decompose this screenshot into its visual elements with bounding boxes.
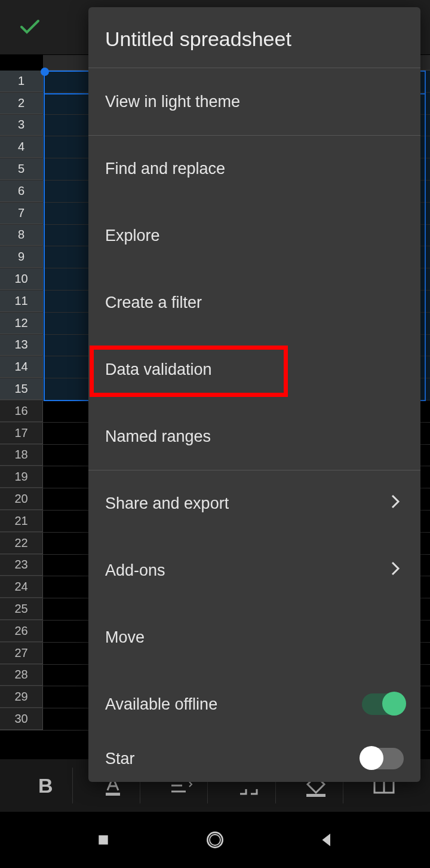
menu-item-label: View in light theme xyxy=(105,93,240,111)
row-header[interactable]: 9 xyxy=(0,246,43,268)
row-header[interactable]: 20 xyxy=(0,488,43,510)
available-offline-toggle[interactable] xyxy=(362,693,404,715)
chevron-right-icon xyxy=(387,560,404,581)
menu-view-theme[interactable]: View in light theme xyxy=(88,68,420,135)
svg-rect-0 xyxy=(106,793,120,796)
svg-point-6 xyxy=(210,835,220,845)
menu-item-label: Available offline xyxy=(105,695,217,714)
menu-share-export[interactable]: Share and export xyxy=(88,470,420,537)
menu-item-label: Find and replace xyxy=(105,160,225,178)
row-header[interactable]: 27 xyxy=(0,643,43,664)
menu-find-replace[interactable]: Find and replace xyxy=(88,135,420,202)
menu-explore[interactable]: Explore xyxy=(88,202,420,269)
row-header[interactable]: 25 xyxy=(0,598,43,620)
menu-item-label: Named ranges xyxy=(105,427,211,446)
menu-item-label: Explore xyxy=(105,227,160,245)
row-header[interactable]: 18 xyxy=(0,445,43,466)
menu-addons[interactable]: Add-ons xyxy=(88,537,420,604)
menu-item-label: Move xyxy=(105,628,145,647)
confirm-check-icon[interactable] xyxy=(18,14,42,41)
row-header[interactable]: 28 xyxy=(0,665,43,686)
menu-create-filter[interactable]: Create a filter xyxy=(88,269,420,336)
row-header[interactable]: 26 xyxy=(0,621,43,642)
star-toggle[interactable] xyxy=(362,748,404,769)
menu-available-offline[interactable]: Available offline xyxy=(88,671,420,738)
row-header[interactable]: 1 xyxy=(0,71,43,92)
nav-home-button[interactable] xyxy=(203,828,227,852)
row-header[interactable]: 17 xyxy=(0,423,43,444)
menu-data-validation[interactable]: Data validation xyxy=(88,336,420,403)
row-header[interactable]: 19 xyxy=(0,466,43,488)
row-header[interactable]: 5 xyxy=(0,158,43,180)
chevron-right-icon xyxy=(387,493,404,514)
overflow-menu: Untitled spreadsheet View in light theme… xyxy=(88,7,420,782)
menu-item-label: Create a filter xyxy=(105,294,202,312)
menu-star[interactable]: Star xyxy=(88,738,420,780)
row-header[interactable]: 2 xyxy=(0,93,43,114)
menu-item-label: Add-ons xyxy=(105,561,165,580)
row-header[interactable]: 8 xyxy=(0,225,43,246)
nav-back-button[interactable] xyxy=(315,828,339,852)
row-header[interactable]: 24 xyxy=(0,576,43,598)
row-header[interactable]: 4 xyxy=(0,136,43,158)
row-header[interactable]: 21 xyxy=(0,511,43,532)
bold-button[interactable]: B xyxy=(19,768,73,803)
row-header[interactable]: 3 xyxy=(0,115,43,136)
menu-title: Untitled spreadsheet xyxy=(88,7,420,68)
row-header[interactable]: 7 xyxy=(0,203,43,224)
row-header[interactable]: 12 xyxy=(0,313,43,334)
menu-move[interactable]: Move xyxy=(88,604,420,671)
row-header[interactable]: 30 xyxy=(0,708,43,730)
row-header[interactable]: 22 xyxy=(0,533,43,554)
row-header[interactable]: 16 xyxy=(0,401,43,422)
menu-item-label: Data validation xyxy=(105,360,212,379)
android-navbar xyxy=(0,812,430,868)
row-header[interactable]: 14 xyxy=(0,356,43,378)
row-header[interactable]: 6 xyxy=(0,181,43,202)
nav-recent-button[interactable] xyxy=(91,828,115,852)
row-header[interactable]: 29 xyxy=(0,686,43,708)
row-header[interactable]: 23 xyxy=(0,555,43,576)
menu-item-label: Star xyxy=(105,750,135,768)
row-header[interactable]: 15 xyxy=(0,378,43,400)
svg-rect-4 xyxy=(99,835,108,844)
row-header[interactable]: 11 xyxy=(0,291,43,312)
svg-rect-1 xyxy=(306,794,325,797)
row-header[interactable]: 10 xyxy=(0,268,43,290)
row-header[interactable]: 13 xyxy=(0,335,43,356)
menu-item-label: Share and export xyxy=(105,494,229,513)
menu-named-ranges[interactable]: Named ranges xyxy=(88,403,420,470)
